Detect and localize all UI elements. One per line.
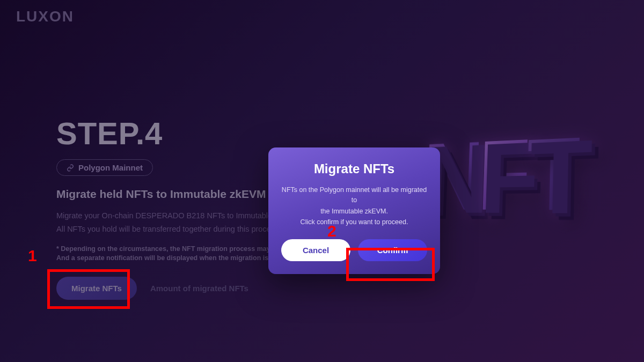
modal-title: Migrate NFTs	[281, 161, 427, 176]
network-label: Polygon Mainnet	[78, 163, 143, 172]
network-badge: Polygon Mainnet	[56, 159, 153, 176]
nft-letter-f: F	[476, 124, 528, 225]
action-row: Migrate NFTs Amount of migrated NFTs	[56, 277, 368, 300]
migrate-modal: Migrate NFTs NFTs on the Polygon mainnet…	[268, 147, 440, 274]
step-title: STEP.4	[56, 115, 368, 151]
cancel-button[interactable]: Cancel	[281, 239, 350, 261]
brand-logo: LUXON	[16, 8, 74, 25]
migrate-nfts-button[interactable]: Migrate NFTs	[56, 277, 137, 300]
chain-link-icon	[67, 164, 74, 172]
migrated-amount-label: Amount of migrated NFTs	[150, 284, 248, 293]
callout-number-2: 2	[327, 222, 336, 240]
nft-3d-graphic: N F T	[411, 123, 625, 295]
callout-number-1: 1	[28, 247, 37, 265]
modal-text-3: Click confirm if you want to proceed.	[281, 217, 427, 227]
confirm-button[interactable]: Confirm	[358, 239, 427, 261]
modal-text-2: the Immutable zkEVM.	[281, 206, 427, 217]
modal-button-row: Cancel Confirm	[281, 239, 427, 261]
nft-letter-t: T	[525, 121, 580, 226]
modal-text-1: NFTs on the Polygon mainnet will all be …	[281, 185, 427, 205]
